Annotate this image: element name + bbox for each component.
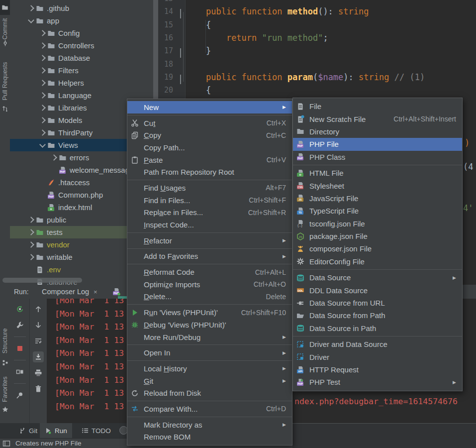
menu-item-mark-directory-as[interactable]: Mark Directory as▶ (127, 419, 292, 431)
chevron-right-icon[interactable] (39, 30, 46, 36)
menu-item-git[interactable]: Git▶ (127, 375, 292, 387)
menu-item-directory[interactable]: Directory (293, 125, 462, 138)
rerun-button[interactable] (14, 304, 25, 315)
favorites-icon[interactable] (2, 406, 8, 413)
php-tab-icon[interactable]: PHP (112, 287, 120, 296)
tree-item-database[interactable]: Database (10, 52, 153, 64)
pin-button[interactable] (14, 390, 25, 401)
chevron-right-icon[interactable] (39, 105, 46, 111)
chevron-right-icon[interactable] (28, 254, 34, 260)
menu-item-copy[interactable]: CopyCtrl+C (127, 129, 292, 141)
fold-marker-expanded-icon[interactable] (180, 9, 186, 15)
menu-item-copy-path[interactable]: Copy Path... (127, 141, 292, 154)
menu-item-ddl-data-source[interactable]: DDLDDL Data Source (293, 284, 462, 296)
chevron-right-icon[interactable] (39, 129, 46, 136)
chevron-right-icon[interactable] (51, 154, 57, 161)
menu-item-php-file[interactable]: PHPPHP File (293, 138, 462, 150)
tree-horizontal-scrollbar[interactable] (2, 278, 82, 283)
menu-item-compare-with[interactable]: Compare With...Ctrl+D (127, 403, 292, 415)
menu-item-optimize-imports[interactable]: Optimize ImportsCtrl+Alt+O (127, 278, 292, 291)
menu-item-debug-views-phpunit[interactable]: Debug 'Views (PHPUnit)' (127, 319, 292, 331)
menu-item-more-run-debug[interactable]: More Run/Debug▶ (127, 331, 292, 343)
menu-item-composer-json-file[interactable]: composer.json File (293, 242, 462, 255)
menu-item-cut[interactable]: CutCtrl+X (127, 117, 292, 129)
chevron-right-icon[interactable] (39, 92, 46, 99)
toolwindow-tab-todo[interactable]: TODO (77, 423, 116, 438)
chevron-right-icon[interactable] (39, 67, 46, 74)
menu-item-new[interactable]: New▶ (127, 101, 292, 113)
menu-item-editorconfig-file[interactable]: EditorConfig File (293, 255, 462, 268)
fold-marker-expanded-icon[interactable] (180, 75, 186, 81)
chevron-down-icon[interactable] (39, 141, 46, 148)
menu-item-remove-bom[interactable]: Remove BOM (127, 431, 292, 444)
menu-item-tsconfig-json-file[interactable]: {..}tsconfig.json File (293, 218, 462, 230)
tree-item-controllers[interactable]: Controllers (10, 39, 153, 52)
tree-item-filters[interactable]: Filters (10, 64, 153, 77)
tree-item-github[interactable]: .github (10, 2, 153, 14)
chevron-right-icon[interactable] (28, 241, 34, 248)
chevron-right-icon[interactable] (28, 5, 34, 11)
tree-item-app[interactable]: app (10, 14, 153, 27)
menu-item-find-usages[interactable]: Find UsagesAlt+F7 (127, 182, 292, 194)
menu-item-paste[interactable]: PasteCtrl+V (127, 154, 292, 166)
menu-item-stylesheet[interactable]: CSSStylesheet (293, 179, 462, 192)
up-button[interactable] (33, 304, 44, 315)
menu-item-php-class[interactable]: PHPPHP Class (293, 151, 462, 163)
chevron-right-icon[interactable] (39, 117, 46, 123)
trash-button[interactable] (33, 383, 44, 394)
run-tab-composer-log[interactable]: Composer Log × (38, 285, 101, 299)
menu-item-path-from-repository-root[interactable]: Path From Repository Root (127, 166, 292, 178)
menu-item-delete[interactable]: Delete...Delete (127, 291, 292, 303)
wrap-button[interactable] (33, 336, 44, 346)
stripe-label-commit[interactable]: Commit (1, 18, 8, 39)
menu-item-replace-in-files[interactable]: Replace in Files...Ctrl+Shift+R (127, 207, 292, 219)
chevron-right-icon[interactable] (28, 229, 34, 235)
stripe-label-pull-requests[interactable]: Pull Requests (1, 62, 8, 100)
menu-item-driver-and-data-source[interactable]: Driver and Data Source (293, 338, 462, 350)
chevron-right-icon[interactable] (39, 80, 46, 86)
pull-request-icon[interactable] (2, 106, 8, 112)
structure-icon[interactable] (2, 359, 8, 366)
toolwindow-tab-run[interactable]: Run (40, 423, 72, 438)
menu-item-find-in-files[interactable]: Find in Files...Ctrl+Shift+F (127, 194, 292, 207)
menu-item-http-request[interactable]: APIHTTP Request (293, 363, 462, 376)
down-button[interactable] (33, 320, 44, 331)
stop-button[interactable] (14, 343, 25, 354)
tree-item-helpers[interactable]: Helpers (10, 77, 153, 89)
menu-item-inspect-code[interactable]: Inspect Code... (127, 219, 292, 231)
menu-item-data-source[interactable]: Data Source▶ (293, 271, 462, 284)
project-tool-button[interactable] (0, 0, 10, 15)
menu-item-package-json-file[interactable]: JSpackage.json File (293, 230, 462, 242)
menu-item-html-file[interactable]: HHTML File (293, 167, 462, 179)
menu-item-javascript-file[interactable]: JSJavaScript File (293, 192, 462, 205)
menu-item-driver[interactable]: Driver (293, 350, 462, 363)
menu-item-open-in[interactable]: Open In▶ (127, 346, 292, 359)
menu-item-data-source-from-url[interactable]: Data Source from URL (293, 297, 462, 309)
chevron-right-icon[interactable] (39, 42, 46, 49)
stripe-label-favorites[interactable]: Favorites (1, 376, 8, 402)
toolwindow-tab-git[interactable]: Git (14, 423, 42, 438)
scroll-end-button[interactable] (33, 351, 44, 362)
menu-item-data-source-from-path[interactable]: Data Source from Path (293, 309, 462, 322)
menu-item-php-test[interactable]: PHPPHP Test▶ (293, 376, 462, 388)
chevron-down-icon[interactable] (28, 17, 34, 23)
chevron-right-icon[interactable] (39, 55, 46, 61)
menu-item-refactor[interactable]: Refactor▶ (127, 234, 292, 247)
printer-button[interactable] (33, 367, 44, 378)
wrench-button[interactable] (14, 320, 25, 331)
menu-item-add-to-favorites[interactable]: Add to Favorites▶ (127, 250, 292, 263)
menu-item-local-history[interactable]: Local History▶ (127, 362, 292, 375)
menu-item-reformat-code[interactable]: Reformat CodeCtrl+Alt+L (127, 266, 292, 278)
menu-item-reload-from-disk[interactable]: Reload from Disk (127, 387, 292, 399)
menu-item-file[interactable]: File (293, 100, 462, 112)
chevron-right-icon[interactable] (28, 217, 34, 223)
stripe-label-structure[interactable]: Structure (1, 329, 8, 354)
tree-item-config[interactable]: Config (10, 27, 153, 39)
menu-item-data-source-in-path[interactable]: Data Source in Path (293, 322, 462, 335)
menu-item-typescript-file[interactable]: TSTypeScript File (293, 205, 462, 217)
commit-icon[interactable] (2, 40, 8, 46)
menu-item-run-views-phpunit[interactable]: Run 'Views (PHPUnit)'Ctrl+Shift+F10 (127, 306, 292, 319)
menu-item-new-scratch-file[interactable]: New Scratch FileCtrl+Alt+Shift+Insert (293, 112, 462, 125)
console-url-line[interactable]: ndex.php?debugbar_time=1614574676 (294, 395, 458, 409)
split-button[interactable] (14, 366, 25, 377)
